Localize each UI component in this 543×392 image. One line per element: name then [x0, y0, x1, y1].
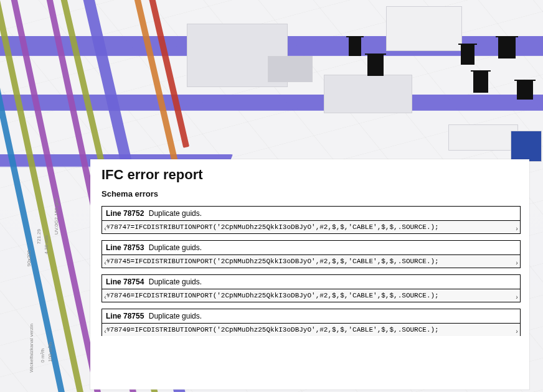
error-header: Line 78754 Duplicate guids.: [102, 274, 521, 289]
report-title: IFC error report: [102, 167, 521, 183]
error-code-box[interactable]: #78746=IFCDISTRIBUTIONPORT('2CpNMuDhz25Q…: [102, 289, 521, 302]
report-subtitle: Schema errors: [102, 189, 521, 198]
error-header: Line 78752 Duplicate guids.: [102, 206, 521, 220]
error-line-label: Line 78754: [106, 278, 144, 286]
bg-label-b: 721.29: [36, 229, 42, 244]
schema-error-row: Line 78754 Duplicate guids. #78746=IFCDI…: [102, 274, 521, 302]
error-code-box[interactable]: #78749=IFCDISTRIBUTIONPORT('2CpNMuDhz25Q…: [102, 323, 521, 336]
error-code: #78746=IFCDISTRIBUTIONPORT('2CpNMuDhz25Q…: [106, 292, 439, 299]
schema-error-row: Line 78755 Duplicate guids. #78749=IFCDI…: [102, 309, 521, 336]
error-code-box[interactable]: #78747=IFCDISTRIBUTIONPORT('2CpNMuDhz25Q…: [102, 220, 521, 234]
error-message: Duplicate guids.: [149, 209, 202, 218]
error-message: Duplicate guids.: [149, 278, 202, 286]
bg-label-c: 4.38 m/s: [44, 235, 49, 254]
error-message: Duplicate guids.: [149, 312, 202, 320]
error-header: Line 78755 Duplicate guids.: [102, 309, 521, 323]
error-code: #78745=IFCDISTRIBUTIONPORT('2CpNMuDhz25Q…: [106, 258, 439, 265]
error-code-box[interactable]: #78745=IFCDISTRIBUTIONPORT('2CpNMuDhz25Q…: [102, 254, 521, 268]
bg-label-g: Wickelfalzkanal verzin: [29, 324, 34, 373]
error-code: #78749=IFCDISTRIBUTIONPORT('2CpNMuDhz25Q…: [106, 326, 439, 334]
error-message: Duplicate guids.: [149, 243, 202, 252]
error-line-label: Line 78755: [106, 312, 144, 320]
bg-label-e: 0 m³/h: [40, 348, 45, 363]
error-line-label: Line 78753: [106, 243, 144, 252]
error-line-label: Line 78752: [106, 209, 144, 218]
schema-error-row: Line 78752 Duplicate guids. #78747=IFCDI…: [102, 206, 521, 234]
error-code: #78747=IFCDISTRIBUTIONPORT('2CpNMuDhz25Q…: [106, 223, 439, 231]
error-header: Line 78753 Duplicate guids.: [102, 240, 521, 254]
bg-label-d: 90x200: [26, 250, 32, 266]
ifc-error-report-panel: IFC error report Schema errors Line 7875…: [90, 159, 529, 390]
schema-error-row: Line 78753 Duplicate guids. #78745=IFCDI…: [102, 240, 521, 268]
bg-label-a: UV.0G2.159.gob: [54, 198, 59, 235]
bg-label-f: 100 m³/h: [47, 342, 53, 362]
